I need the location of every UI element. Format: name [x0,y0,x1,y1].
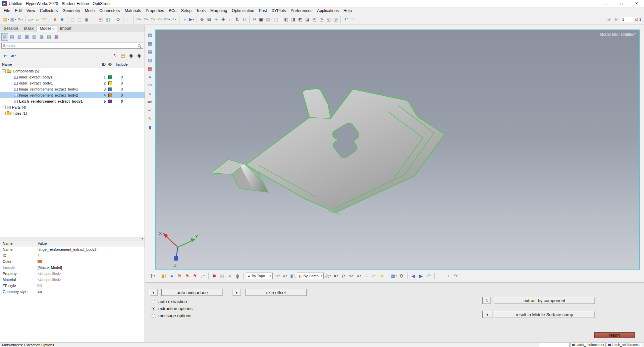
layout-6-icon[interactable]: ◳ [318,16,325,23]
color-swatch[interactable] [108,88,112,91]
edge-icon[interactable]: /▾ [340,272,347,280]
grid-icon[interactable]: ▥ [146,57,154,63]
copy-icon[interactable]: ▣▾ [258,16,265,23]
maximize-button[interactable]: □ [614,0,629,7]
save-model-icon[interactable]: ▥▾ [10,16,16,23]
capture-video-icon[interactable]: ▱ [34,16,41,23]
sphere-tan-icon[interactable]: ● [226,272,233,280]
menu-xyplots[interactable]: XYPlots [269,7,288,14]
tree-row[interactable]: +Parts (4) [0,104,145,110]
shaded-sphere-icon[interactable]: ●▾ [281,272,288,280]
entity-view-icon[interactable]: ▤ [9,33,15,41]
page-next-icon[interactable]: ▶ [613,16,620,23]
panel-icon[interactable]: ▮ [146,124,154,130]
tab-mask[interactable]: Mask [21,25,37,32]
ruler-icon[interactable]: ≡ [146,90,154,97]
layout-7-icon[interactable]: ◱ [325,16,332,23]
purple-view-icon[interactable]: ▦ [53,33,60,41]
user-profile-2-icon[interactable]: ☻ [59,16,65,23]
zoom-in-icon[interactable]: + [445,272,451,280]
table-view-icon[interactable]: ▥ [31,33,38,41]
entity-filter-icon[interactable]: ●▾ [2,52,9,59]
menu-view[interactable]: View [24,7,38,14]
menu-preferences[interactable]: Preferences [288,7,315,14]
screen-capture-icon[interactable]: ▭▾ [27,16,34,23]
color-swatch[interactable] [108,75,112,79]
window-1-icon[interactable]: ▢ [69,16,76,23]
menu-help[interactable]: Help [341,7,354,14]
radio-auto-extraction[interactable]: auto extraction [152,298,193,305]
property-row[interactable]: Geometry style [0,289,145,295]
rotate-back-icon[interactable]: ↶ [425,272,432,280]
tree-expander-icon[interactable]: − [2,69,6,73]
flag-check-icon[interactable]: ⚑ [192,272,198,280]
shaded-view-icon[interactable]: ◑ [181,16,188,23]
tab-session[interactable]: Session [1,25,21,32]
color-value-swatch[interactable] [38,260,42,263]
close-button[interactable]: ✕ [629,0,644,7]
lens-icon[interactable]: ●▾ [356,272,362,280]
tree-row[interactable]: outer_extract_body120 [0,80,145,86]
zoom-fit-icon[interactable]: ⊞ [206,16,212,23]
green-view-icon[interactable]: ▤ [46,33,52,41]
tree-row[interactable]: −Components (5) [0,68,145,74]
column-name[interactable]: Name [0,62,96,66]
load-view-icon[interactable]: ▧ [16,33,23,41]
view-zy-icon[interactable]: ZY▾ [150,16,156,23]
view-axes-icon[interactable]: ✛▾ [149,272,156,280]
search-icon[interactable] [138,44,141,47]
window-2-icon[interactable]: ▢ [76,16,83,23]
tree-row[interactable]: +Titles (1) [0,110,145,116]
labels-on-icon[interactable]: ABC [146,99,154,105]
window-red-icon[interactable]: ◰ [97,16,104,23]
user-profile-icon[interactable]: ☻ [52,16,58,23]
auto-midsurface-dropdown[interactable]: ▼ [149,289,158,296]
menu-morphing[interactable]: Morphing [208,7,229,14]
radio-message-options[interactable]: message options [152,312,193,319]
cut-icon[interactable]: ✂ [251,16,258,23]
column-include[interactable]: Include [114,62,130,66]
braces-icon[interactable]: { } [241,16,248,23]
table-icon[interactable]: ▦ [146,48,154,55]
color-swatch[interactable] [108,94,112,97]
wire-sphere-icon[interactable]: ◎▾ [325,272,331,280]
page-prev-icon[interactable]: ◀ [605,16,612,23]
tree-expander-icon[interactable]: + [2,112,6,115]
zoom-window-icon[interactable]: ⊕ [199,16,205,23]
matrix-icon[interactable]: ▦ [146,40,154,47]
labels-off-icon[interactable]: ABC [146,107,154,114]
tree-row[interactable]: hinge_reinforcement_extract_body130 [0,86,145,92]
view-iso-icon[interactable]: ISO▾ [164,16,170,23]
column-color[interactable] [106,63,114,66]
view-xy-icon[interactable]: XY▾ [157,16,163,23]
back-arrow-icon[interactable]: ← [125,16,132,23]
property-row[interactable]: Material<Unspecified> [0,277,145,283]
menu-bcs[interactable]: BCs [166,7,179,14]
return-button[interactable]: return [594,332,635,338]
tree-row[interactable]: hinge_reinforcement_extract_body240 [0,92,145,98]
favorites-icon[interactable]: ★ [379,272,385,280]
pointer-icon[interactable]: ↖ [112,52,118,59]
spin-icon[interactable]: ↷ [452,272,459,280]
layout-5-icon[interactable]: ◰ [311,16,318,23]
property-row[interactable]: ID4 [0,252,145,258]
open-model-icon[interactable]: ▤▾ [3,16,9,23]
layout-1-icon[interactable]: ◧ [283,16,289,23]
panel-splitter[interactable]: · · · ▾ [0,237,145,240]
page-number-input[interactable] [621,17,634,22]
zoom-out-icon[interactable]: − [437,272,444,280]
export-ppt-icon[interactable]: PPT [41,16,48,23]
display-filter-icon[interactable]: ▰▾ [10,52,17,59]
extract-by-component-button[interactable]: extract by component [494,297,595,304]
sphere-blue-icon[interactable]: ● [168,272,175,280]
window-dark-icon[interactable]: ◱ [104,16,111,23]
menu-post[interactable]: Post [257,7,269,14]
feature-icon[interactable]: »▾ [348,272,355,280]
menu-edit[interactable]: Edit [12,7,24,14]
globe-icon[interactable]: ● [146,73,154,80]
property-row[interactable]: Namehinge_reinforcement_extract_body2 [0,246,145,252]
window-3-icon[interactable]: ▣ [83,16,90,23]
monitor-icon[interactable]: ▭ [371,272,378,280]
center-view-icon[interactable]: ✛ [213,16,219,23]
selector-mode-select[interactable]: ▰By Topo▾ [246,273,273,279]
